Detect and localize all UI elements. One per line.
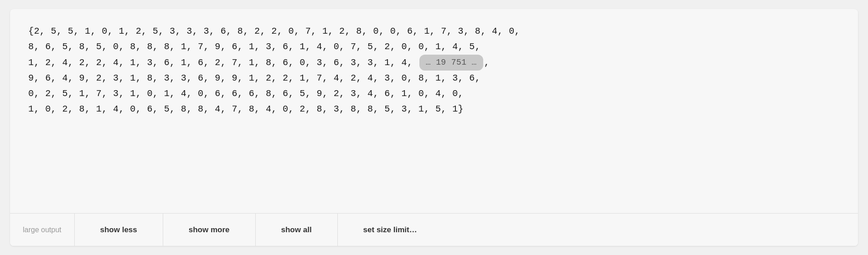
content-area: {2, 5, 5, 1, 0, 1, 2, 5, 3, 3, 3, 6, 8, … [10,9,858,213]
footer-bar: large output show less show more show al… [10,213,858,246]
output-line-3-before: 1, 2, 4, 2, 2, 4, 1, 3, 6, 1, 6, 2, 7, 1… [28,57,413,68]
ellipsis-badge: … 19 751 … [419,55,483,71]
output-line-2: 8, 6, 5, 8, 5, 0, 8, 8, 8, 1, 7, 9, 6, 1… [28,39,840,55]
set-size-limit-button[interactable]: set size limit… [338,214,443,246]
show-less-button[interactable]: show less [75,214,163,246]
output-line-1: {2, 5, 5, 1, 0, 1, 2, 5, 3, 3, 3, 6, 8, … [28,24,840,39]
output-line-3: 1, 2, 4, 2, 2, 4, 1, 3, 6, 1, 6, 2, 7, 1… [28,55,840,71]
output-line-3-after: , [484,57,490,68]
output-container: {2, 5, 5, 1, 0, 1, 2, 5, 3, 3, 3, 6, 8, … [10,9,858,246]
show-more-button[interactable]: show more [163,214,256,246]
output-line-5: 0, 2, 5, 1, 7, 3, 1, 0, 1, 4, 0, 6, 6, 6… [28,86,840,102]
footer-label: large output [10,214,75,246]
output-line-4: 9, 6, 4, 9, 2, 3, 1, 8, 3, 3, 6, 9, 9, 1… [28,71,840,86]
code-output: {2, 5, 5, 1, 0, 1, 2, 5, 3, 3, 3, 6, 8, … [28,24,840,117]
show-all-button[interactable]: show all [256,214,338,246]
output-line-6: 1, 0, 2, 8, 1, 4, 0, 6, 5, 8, 8, 4, 7, 8… [28,102,840,117]
